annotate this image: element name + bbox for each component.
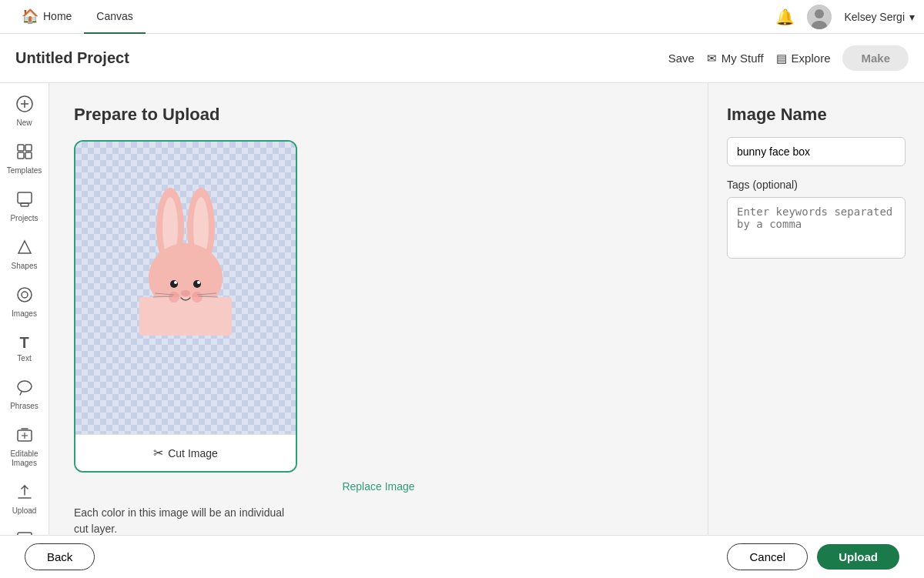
- cancel-button[interactable]: Cancel: [727, 543, 808, 570]
- svg-rect-7: [25, 145, 32, 151]
- svg-rect-6: [18, 145, 24, 151]
- chevron-down-icon: ▾: [909, 11, 915, 23]
- nav-right-area: 🔔 Kelsey Sergi ▾: [775, 5, 915, 29]
- sidebar-item-label-projects: Projects: [10, 214, 38, 223]
- templates-icon: [16, 143, 33, 164]
- svg-point-29: [170, 280, 178, 288]
- sidebar-item-label-templates: Templates: [7, 166, 42, 175]
- back-button[interactable]: Back: [25, 543, 95, 570]
- main-layout: New Templates Projects Shapes Images: [0, 83, 924, 578]
- sidebar-item-label-text: Text: [17, 354, 31, 363]
- sidebar-item-text[interactable]: T Text: [3, 328, 46, 369]
- sidebar-item-projects[interactable]: Projects: [3, 185, 46, 229]
- explore-label: Explore: [792, 52, 831, 65]
- bottom-bar: Back Cancel Upload: [0, 535, 924, 578]
- tags-input[interactable]: [727, 197, 906, 259]
- svg-point-30: [193, 280, 201, 288]
- user-menu[interactable]: Kelsey Sergi ▾: [844, 11, 915, 23]
- sidebar-item-editable-images[interactable]: Editable Images: [3, 420, 46, 474]
- sidebar-item-label-phrases: Phrases: [10, 402, 38, 411]
- phrases-icon: [16, 379, 33, 399]
- panel-title: Image Name: [727, 105, 906, 125]
- sidebar-item-label-new: New: [16, 119, 32, 128]
- sidebar-item-templates[interactable]: Templates: [3, 137, 46, 182]
- shapes-icon: [16, 239, 33, 259]
- sidebar-item-shapes[interactable]: Shapes: [3, 232, 46, 277]
- image-card: ✂ Cut Image: [74, 140, 297, 473]
- header-actions: Save ✉ My Stuff ▤ Explore Make: [668, 45, 909, 71]
- avatar: [807, 5, 832, 29]
- editable-images-icon: [16, 426, 33, 447]
- scissors-icon: ✂: [153, 446, 163, 460]
- make-button[interactable]: Make: [842, 45, 909, 71]
- text-icon: T: [19, 334, 28, 352]
- svg-rect-10: [18, 192, 32, 203]
- svg-point-35: [192, 292, 203, 302]
- description-text: Each color in this image will be an indi…: [74, 505, 297, 537]
- project-title: Untitled Project: [15, 49, 129, 67]
- svg-point-34: [169, 292, 179, 302]
- svg-rect-9: [25, 152, 32, 159]
- projects-icon: [16, 191, 33, 212]
- tags-group: Tags (optional): [727, 179, 906, 259]
- user-name: Kelsey Sergi: [844, 11, 905, 23]
- bunny-illustration: [124, 178, 247, 378]
- top-nav: 🏠 Home Canvas 🔔 Kelsey Sergi ▾: [0, 0, 924, 34]
- explore-icon: ▤: [776, 52, 787, 65]
- svg-rect-28: [139, 297, 232, 336]
- new-icon: [16, 95, 33, 116]
- notification-bell-icon[interactable]: 🔔: [775, 8, 795, 26]
- svg-point-12: [18, 288, 32, 302]
- sidebar: New Templates Projects Shapes Images: [0, 83, 49, 578]
- svg-point-33: [181, 290, 190, 296]
- image-name-input[interactable]: [727, 137, 906, 166]
- image-name-group: [727, 137, 906, 166]
- sidebar-item-images[interactable]: Images: [3, 280, 46, 325]
- bottom-right-actions: Cancel Upload: [727, 543, 899, 570]
- svg-point-13: [22, 292, 28, 298]
- svg-point-32: [197, 281, 200, 284]
- images-icon: [16, 286, 33, 307]
- page-title: Prepare to Upload: [74, 105, 683, 125]
- my-stuff-label: My Stuff: [721, 52, 764, 65]
- sidebar-item-new[interactable]: New: [3, 89, 46, 134]
- upload-button[interactable]: Upload: [817, 544, 899, 570]
- project-header: Untitled Project Save ✉ My Stuff ▤ Explo…: [0, 34, 924, 83]
- right-panel: Image Name Tags (optional): [708, 83, 924, 578]
- svg-rect-11: [21, 203, 28, 206]
- content-area: Prepare to Upload: [49, 83, 708, 578]
- svg-point-1: [815, 9, 824, 18]
- svg-point-14: [18, 381, 32, 392]
- replace-image-button[interactable]: Replace Image: [74, 480, 683, 493]
- cut-image-button[interactable]: ✂ Cut Image: [75, 434, 296, 471]
- image-preview: [75, 142, 296, 434]
- home-icon: 🏠: [22, 8, 38, 25]
- tags-label: Tags (optional): [727, 179, 906, 191]
- sidebar-item-phrases[interactable]: Phrases: [3, 373, 46, 417]
- svg-rect-8: [18, 152, 24, 159]
- nav-canvas-label: Canvas: [96, 10, 132, 22]
- nav-tab-canvas[interactable]: Canvas: [84, 0, 145, 34]
- upload-icon: [16, 483, 33, 504]
- sidebar-item-label-upload: Upload: [12, 506, 37, 516]
- nav-tab-home[interactable]: 🏠 Home: [9, 0, 84, 34]
- sidebar-item-label-shapes: Shapes: [12, 262, 38, 271]
- sidebar-item-label-images: Images: [12, 309, 37, 319]
- svg-point-31: [174, 281, 177, 284]
- my-stuff-button[interactable]: ✉ My Stuff: [707, 52, 764, 65]
- my-stuff-icon: ✉: [707, 52, 717, 65]
- sidebar-item-label-editable-images: Editable Images: [6, 449, 43, 468]
- nav-tabs: 🏠 Home Canvas: [9, 0, 146, 34]
- explore-button[interactable]: ▤ Explore: [776, 52, 831, 65]
- sidebar-item-upload[interactable]: Upload: [3, 477, 46, 522]
- cut-image-label: Cut Image: [168, 447, 218, 459]
- nav-home-label: Home: [43, 10, 72, 22]
- save-button[interactable]: Save: [668, 52, 695, 65]
